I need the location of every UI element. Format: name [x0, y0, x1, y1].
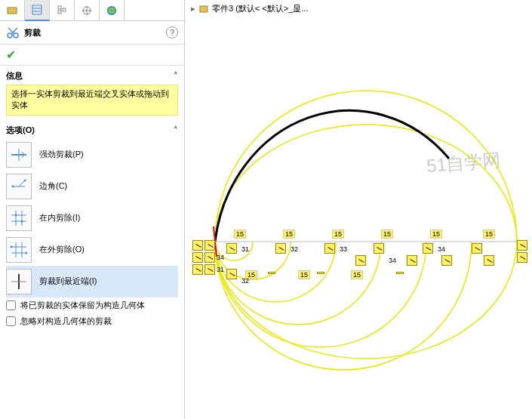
constraint-icon[interactable] [484, 255, 494, 266]
sketch-canvas [185, 0, 532, 419]
check-ignore-construction[interactable]: 忽略对构造几何体的剪裁 [6, 313, 178, 329]
option-power-trim[interactable]: 强劲剪裁(P) [6, 139, 178, 171]
trim-icon [6, 26, 20, 39]
point-label: 31 [217, 266, 224, 273]
constraint-icon[interactable] [192, 252, 203, 263]
svg-rect-0 [8, 8, 17, 14]
constraint-icon[interactable] [441, 255, 452, 266]
constraint-icon[interactable] [192, 264, 203, 275]
constraint-icon[interactable] [396, 272, 404, 274]
constraint-icon[interactable] [407, 255, 417, 266]
svg-point-25 [15, 214, 17, 216]
svg-line-18 [19, 180, 25, 186]
constraint-icon[interactable] [226, 243, 237, 254]
constraint-icon[interactable] [275, 243, 286, 254]
tab-property-manager[interactable] [25, 0, 50, 21]
chevron-up-icon: ˄ [174, 71, 178, 81]
svg-rect-5 [58, 11, 61, 14]
point-label: 34 [438, 245, 445, 253]
info-header[interactable]: 信息˄ [6, 70, 178, 82]
dimension[interactable]: 15 [381, 230, 393, 239]
dimension[interactable]: 15 [283, 230, 295, 239]
tab-appearance[interactable] [100, 0, 125, 21]
option-trim-closest[interactable]: 剪裁到最近端(I) [6, 266, 178, 297]
property-tabs [0, 0, 184, 21]
constraint-icon[interactable] [268, 272, 275, 274]
info-message: 选择一实体剪裁到最近端交叉实体或拖动到实体 [6, 85, 178, 116]
help-button[interactable]: ? [166, 26, 178, 39]
chevron-up-icon: ˄ [174, 125, 178, 135]
constraint-icon[interactable] [355, 255, 366, 266]
option-trim-outside[interactable]: 在外剪除(O) [6, 234, 178, 266]
point-label: 33 [340, 245, 347, 253]
constraint-icon[interactable] [317, 272, 324, 274]
dimension[interactable]: 15 [430, 230, 442, 239]
svg-point-26 [21, 220, 23, 222]
svg-rect-1 [32, 5, 42, 14]
tab-dimxpert[interactable] [75, 0, 100, 21]
dimension[interactable]: 15 [234, 230, 246, 239]
constraint-icon[interactable] [374, 243, 384, 254]
point-label: 32 [241, 277, 249, 285]
constraint-icon[interactable] [204, 264, 215, 275]
svg-point-31 [11, 245, 13, 248]
constraint-icon[interactable] [226, 269, 237, 279]
svg-point-10 [107, 6, 116, 15]
constraint-icon[interactable] [517, 252, 527, 263]
point-label: 32 [291, 245, 298, 253]
check-keep-trimmed[interactable]: 将已剪裁的实体保留为构造几何体 [6, 297, 178, 313]
point-label: 34 [389, 257, 396, 264]
constraint-icon[interactable] [204, 240, 215, 251]
panel-title: 剪裁 [24, 27, 166, 39]
option-corner[interactable]: 边角(C) [6, 171, 178, 202]
graphics-viewport[interactable]: ▸ 零件3 (默认< <默认>_显... 51自学网 15 15 15 15 1… [185, 0, 532, 419]
constraint-icon[interactable] [423, 243, 433, 254]
constraint-icon[interactable] [204, 252, 215, 263]
tab-config[interactable] [50, 0, 75, 21]
dimension[interactable]: 15 [298, 270, 310, 279]
constraint-icon[interactable] [472, 243, 482, 254]
dimension[interactable]: 15 [332, 230, 344, 239]
svg-point-19 [12, 185, 14, 187]
dimension[interactable]: 15 [483, 230, 495, 239]
constraint-icon[interactable] [324, 243, 335, 254]
point-label: 31 [241, 245, 249, 253]
point-label: 34 [217, 254, 224, 261]
svg-rect-4 [58, 6, 61, 9]
ok-button[interactable]: ✔ [6, 48, 16, 61]
svg-rect-6 [63, 8, 66, 11]
constraint-icon[interactable] [517, 240, 527, 251]
tab-features[interactable] [0, 0, 25, 21]
dimension[interactable]: 15 [351, 270, 363, 279]
constraint-icon[interactable] [192, 240, 203, 251]
svg-point-20 [24, 179, 26, 181]
svg-point-32 [26, 251, 28, 254]
options-header[interactable]: 选项(O)˄ [6, 125, 178, 136]
option-trim-inside[interactable]: 在内剪除(I) [6, 202, 178, 234]
